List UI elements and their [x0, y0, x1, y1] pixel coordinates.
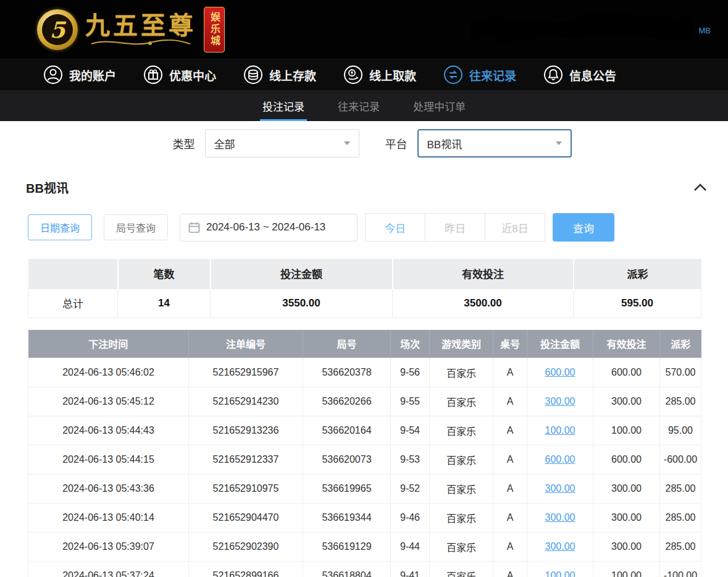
cell-bet-id: 521652902390: [189, 533, 303, 562]
col-header-bet-amount: 投注金额: [527, 330, 593, 358]
cell-round-no: 536620266: [303, 387, 391, 416]
summary-valid-bet-value: 3500.00: [393, 288, 574, 318]
cell-valid-bet: 100.00: [593, 562, 660, 577]
cell-session: 9-55: [391, 387, 430, 416]
summary-header-valid-bet: 有效投注: [393, 259, 574, 288]
col-header-game-type: 游戏类别: [430, 330, 493, 358]
bet-amount-link[interactable]: 300.00: [545, 483, 575, 494]
filter-row: 类型 全部 平台 BB视讯: [0, 129, 728, 158]
cell-table-no: A: [493, 562, 527, 577]
date-range-value: 2024-06-13 ~ 2024-06-13: [206, 221, 325, 234]
tab-processing-orders[interactable]: 处理中订单: [411, 90, 468, 121]
cell-bet-id: 521652913236: [189, 416, 303, 445]
cell-bet-id: 521652899166: [189, 562, 303, 577]
nav-label: 线上取款: [369, 67, 416, 83]
nav-item-announcements[interactable]: 信息公告: [543, 65, 616, 85]
site-logo[interactable]: 5 九五至尊 娱乐城: [37, 7, 225, 53]
cell-valid-bet: 100.00: [593, 416, 660, 445]
table-row: 2024-06-13 05:44:43 521652913236 5366201…: [28, 416, 701, 445]
col-header-session: 场次: [391, 330, 430, 358]
cell-valid-bet: 600.00: [593, 358, 660, 387]
query-toolbar: 日期查询 局号查询 2024-06-13 ~ 2024-06-13 今日 昨日 …: [28, 213, 728, 242]
redacted-scribble: [470, 10, 693, 47]
search-button[interactable]: 查询: [553, 213, 614, 242]
date-range-picker[interactable]: 2024-06-13 ~ 2024-06-13: [180, 214, 358, 242]
col-header-payout: 派彩: [660, 330, 701, 358]
user-icon: [43, 65, 63, 85]
bet-records-table: 下注时间 注单编号 局号 场次 游戏类别 桌号 投注金额 有效投注 派彩 202…: [28, 330, 701, 577]
cell-game-type: 百家乐: [430, 445, 493, 474]
table-row: 2024-06-13 05:43:36 521652910975 5366199…: [28, 474, 701, 503]
chevron-up-icon: [693, 183, 707, 192]
nav-item-withdrawal[interactable]: 线上取款: [343, 65, 416, 85]
col-header-table-no: 桌号: [493, 330, 527, 358]
platform-section-header: BB视讯: [26, 179, 707, 196]
bet-amount-link[interactable]: 300.00: [545, 396, 575, 406]
record-tabs: 投注记录 往来记录 处理中订单: [0, 90, 728, 121]
cell-round-no: 536619129: [303, 533, 391, 562]
bet-amount-link[interactable]: 600.00: [545, 367, 575, 377]
summary-payout-value: 595.00: [574, 288, 701, 318]
cell-table-no: A: [493, 503, 527, 533]
quick-date-group: 今日 昨日 近8日: [365, 213, 545, 242]
table-row: 2024-06-13 05:37:24 521652899166 5366188…: [28, 562, 701, 577]
type-select[interactable]: 全部: [205, 129, 359, 158]
nav-item-my-account[interactable]: 我的账户: [43, 65, 116, 85]
round-query-button[interactable]: 局号查询: [104, 214, 168, 240]
table-row: 2024-06-13 05:39:07 521652902390 5366191…: [28, 533, 701, 562]
main-navigation: 我的账户 优惠中心 线上存款 线上取款: [0, 59, 728, 90]
table-row: 2024-06-13 05:40:14 521652904470 5366193…: [28, 503, 701, 533]
table-row: 2024-06-13 05:44:15 521652912337 5366200…: [28, 445, 701, 474]
nav-label: 优惠中心: [169, 67, 216, 83]
cell-round-no: 536618804: [303, 562, 391, 577]
collapse-section-button[interactable]: [693, 183, 707, 192]
bet-amount-link[interactable]: 600.00: [545, 454, 575, 465]
cell-table-no: A: [493, 533, 527, 562]
last-8-days-button[interactable]: 近8日: [485, 213, 545, 242]
currency-label: MB: [699, 26, 711, 35]
cell-valid-bet: 300.00: [593, 474, 660, 503]
tab-transaction-records[interactable]: 往来记录: [335, 90, 382, 121]
platform-select-value: BB视讯: [427, 136, 462, 151]
nav-label: 往来记录: [469, 67, 516, 83]
today-button[interactable]: 今日: [365, 213, 425, 242]
cell-bet-time: 2024-06-13 05:37:24: [28, 562, 189, 577]
bet-amount-link[interactable]: 100.00: [545, 570, 575, 577]
tab-bet-records[interactable]: 投注记录: [260, 90, 307, 121]
col-header-bet-time: 下注时间: [28, 330, 189, 358]
cell-valid-bet: 300.00: [593, 533, 660, 562]
cell-session: 9-53: [391, 445, 430, 474]
bet-amount-link[interactable]: 100.00: [545, 425, 575, 436]
yesterday-button[interactable]: 昨日: [425, 213, 485, 242]
cell-session: 9-46: [391, 503, 430, 533]
nav-label: 我的账户: [69, 67, 116, 83]
summary-bet-amount-value: 3550.00: [211, 288, 393, 318]
records-table-body: 2024-06-13 05:46:02 521652915967 5366203…: [28, 358, 701, 577]
logo-emblem-number: 5: [42, 14, 73, 45]
cell-valid-bet: 300.00: [593, 387, 660, 416]
bet-amount-link[interactable]: 300.00: [545, 541, 575, 552]
cell-bet-time: 2024-06-13 05:39:07: [28, 533, 189, 562]
cell-payout: 95.00: [660, 416, 701, 445]
cell-game-type: 百家乐: [430, 358, 493, 387]
nav-item-promotions[interactable]: 优惠中心: [143, 65, 216, 85]
cell-session: 9-44: [391, 533, 430, 562]
nav-item-transactions[interactable]: 往来记录: [443, 65, 516, 85]
cell-game-type: 百家乐: [430, 533, 493, 562]
platform-select[interactable]: BB视讯: [417, 129, 572, 158]
cell-table-no: A: [493, 474, 527, 503]
date-query-button[interactable]: 日期查询: [28, 214, 92, 240]
cell-bet-time: 2024-06-13 05:44:15: [28, 445, 189, 474]
nav-item-deposit[interactable]: 线上存款: [243, 65, 316, 85]
cell-table-no: A: [493, 358, 527, 387]
cell-bet-time: 2024-06-13 05:44:43: [28, 416, 189, 445]
cell-bet-id: 521652904470: [189, 503, 303, 533]
summary-header-bet-amount: 投注金额: [211, 259, 393, 288]
chevron-down-icon: [344, 141, 350, 145]
table-row: 2024-06-13 05:46:02 521652915967 5366203…: [28, 358, 701, 387]
logo-emblem-icon: 5: [37, 9, 78, 50]
records-header-row: 下注时间 注单编号 局号 场次 游戏类别 桌号 投注金额 有效投注 派彩: [28, 330, 701, 358]
bet-amount-link[interactable]: 300.00: [545, 512, 575, 523]
calendar-icon: [188, 222, 200, 234]
cell-payout: 285.00: [660, 503, 701, 533]
